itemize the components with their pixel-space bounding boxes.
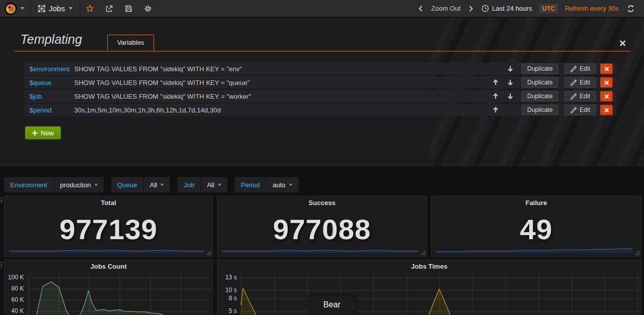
chevron-down-icon [218, 184, 221, 186]
duplicate-label: Duplicate [527, 65, 553, 72]
bear-app-overlay: Bear [309, 295, 355, 314]
variable-row: $queue SHOW TAG VALUES FROM "sidekiq" WI… [24, 76, 617, 89]
delete-variable-button[interactable] [600, 91, 612, 101]
selector-value-dropdown[interactable]: All [144, 177, 170, 192]
stat-value: 977139 [5, 213, 212, 246]
variables-list: $environment SHOW TAG VALUES FROM "sidek… [24, 63, 617, 118]
variable-name-link[interactable]: $job [29, 93, 74, 100]
panel-title[interactable]: Success [309, 199, 335, 207]
row-drag-handle[interactable] [1, 262, 4, 267]
duplicate-variable-button[interactable]: Duplicate [522, 105, 558, 115]
time-shift-forward-button[interactable] [465, 6, 477, 12]
selector-queue: Queue All [111, 177, 170, 192]
selector-value-dropdown[interactable]: production [54, 177, 104, 192]
duplicate-label: Duplicate [527, 93, 553, 100]
zoom-out-button[interactable]: Zoom Out [427, 5, 465, 12]
variable-name-link[interactable]: $environment [29, 65, 74, 73]
edit-variable-button[interactable]: Edit [565, 64, 596, 74]
dashboard-settings-button[interactable] [138, 0, 158, 17]
selector-label: Environment [4, 177, 53, 192]
chevron-left-icon [418, 6, 423, 12]
graph-panel-jobs-times: Jobs Times 13 s10 s8 s5 s [217, 260, 641, 315]
duplicate-label: Duplicate [527, 106, 553, 113]
selector-label: Queue [111, 177, 143, 192]
grafana-logo-icon [4, 2, 17, 15]
star-dashboard-button[interactable] [80, 0, 100, 17]
grafana-logo-menu[interactable] [0, 0, 30, 17]
duplicate-variable-button[interactable]: Duplicate [522, 64, 558, 74]
move-variable-up-button[interactable] [492, 93, 499, 100]
variable-row: $environment SHOW TAG VALUES FROM "sidek… [24, 63, 617, 75]
delete-x-icon [604, 67, 609, 71]
refresh-interval-picker[interactable]: Refresh every 30s [561, 5, 623, 12]
y-axis-tick-label: 40 K [5, 307, 24, 314]
delete-x-icon [604, 108, 609, 112]
y-axis-tick-label: 100 K [5, 274, 24, 281]
chart-plot-area[interactable] [27, 274, 210, 315]
selector-value-dropdown[interactable]: auto [266, 177, 298, 192]
move-variable-down-button[interactable] [507, 65, 514, 72]
arrow-down-icon [507, 79, 514, 86]
edit-variable-button[interactable]: Edit [565, 91, 596, 101]
zoom-out-label: Zoom Out [431, 5, 461, 12]
edit-variable-button[interactable]: Edit [565, 77, 596, 88]
save-dashboard-button[interactable] [119, 0, 138, 17]
move-variable-up-button[interactable] [492, 79, 499, 86]
selector-value-dropdown[interactable]: All [201, 177, 227, 192]
template-variables-submenu: Environment production Queue All Job All… [4, 177, 298, 192]
move-variable-up-button[interactable] [492, 106, 499, 113]
move-variable-down-button[interactable] [507, 93, 514, 100]
panel-resize-handle[interactable] [420, 250, 425, 255]
chevron-down-icon [289, 184, 292, 186]
stat-sparkline [9, 246, 204, 253]
templating-settings-section: Templating Variables $environment SHOW T… [0, 18, 644, 166]
selector-value: All [150, 181, 157, 189]
templating-header: Templating Variables [20, 32, 154, 50]
chart-plot-area[interactable] [240, 274, 639, 315]
panel-title[interactable]: Failure [526, 199, 547, 207]
stat-sparkline [222, 246, 418, 253]
stat-panel-failure: Failure 49 [431, 196, 641, 257]
dashboard-dropdown-caret-icon [69, 7, 73, 10]
edit-variable-button[interactable]: Edit [565, 105, 596, 115]
new-button-label: New [41, 129, 54, 137]
refresh-now-button[interactable] [623, 5, 639, 13]
variable-name-link[interactable]: $period [29, 106, 74, 114]
close-templating-button[interactable] [620, 40, 626, 46]
move-variable-down-button[interactable] [507, 79, 514, 86]
delete-variable-button[interactable] [600, 105, 612, 115]
duplicate-variable-button[interactable]: Duplicate [522, 91, 558, 101]
panel-resize-handle[interactable] [206, 250, 211, 255]
duplicate-variable-button[interactable]: Duplicate [522, 77, 558, 88]
share-icon [105, 5, 113, 13]
chevron-down-icon [161, 184, 164, 186]
variable-name-link[interactable]: $queue [29, 79, 74, 87]
time-shift-back-button[interactable] [414, 6, 427, 12]
delete-variable-button[interactable] [600, 64, 612, 74]
stat-panel-success: Success 977088 [217, 196, 427, 257]
y-axis-tick-label: 60 K [5, 296, 24, 303]
stat-sparkline [436, 246, 633, 253]
new-variable-button[interactable]: New [25, 126, 61, 139]
variable-row: $job SHOW TAG VALUES FROM "sidekiq" WITH… [24, 90, 617, 102]
row-drag-handle[interactable] [1, 198, 4, 203]
refresh-icon [627, 5, 635, 13]
graph-panel-jobs-count: Jobs Count 100 K80 K60 K40 K [4, 260, 213, 315]
panel-title[interactable]: Jobs Count [90, 263, 127, 270]
tab-variables[interactable]: Variables [107, 35, 154, 50]
panel-title[interactable]: Jobs Times [411, 263, 447, 270]
variable-definition: SHOW TAG VALUES FROM "sidekiq" WITH KEY … [74, 65, 492, 73]
stat-value: 977088 [218, 213, 426, 246]
arrow-up-icon [492, 79, 499, 86]
delete-variable-button[interactable] [600, 77, 612, 88]
panel-resize-handle[interactable] [635, 250, 640, 255]
time-range-picker[interactable]: Last 24 hours [477, 5, 536, 12]
panel-title[interactable]: Total [101, 199, 116, 207]
arrow-up-icon [492, 106, 499, 113]
timezone-badge[interactable]: UTC [539, 4, 558, 13]
dashboard-picker[interactable]: Jobs [31, 0, 80, 17]
share-dashboard-button[interactable] [100, 0, 119, 17]
dashboard-area: Environment production Queue All Job All… [0, 166, 644, 315]
selector-job: Job All [177, 177, 227, 192]
selector-label: Period [235, 177, 266, 192]
